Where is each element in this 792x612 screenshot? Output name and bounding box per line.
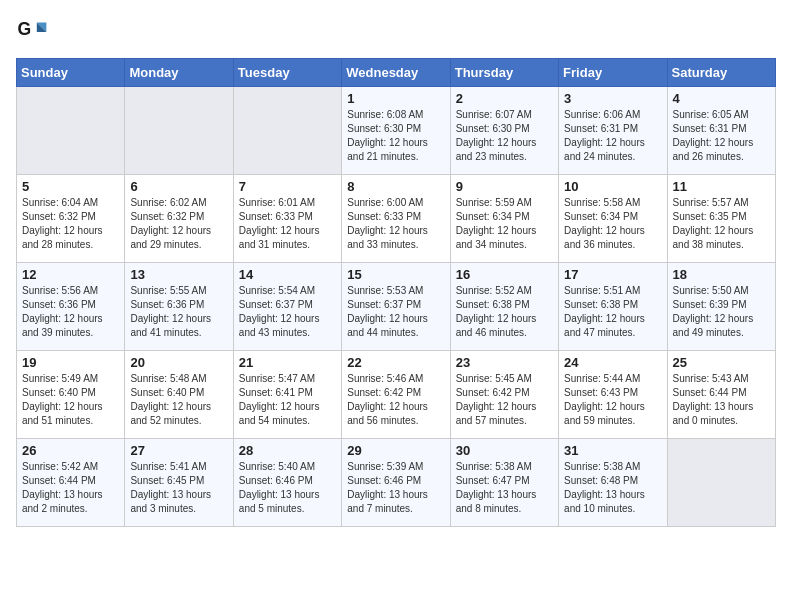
cell-content: Sunrise: 5:47 AM Sunset: 6:41 PM Dayligh… [239,372,336,428]
calendar-cell [17,87,125,175]
svg-text:G: G [18,19,32,39]
day-number: 9 [456,179,553,194]
calendar-cell: 11Sunrise: 5:57 AM Sunset: 6:35 PM Dayli… [667,175,775,263]
day-number: 20 [130,355,227,370]
day-number: 24 [564,355,661,370]
calendar-week-2: 5Sunrise: 6:04 AM Sunset: 6:32 PM Daylig… [17,175,776,263]
cell-content: Sunrise: 5:44 AM Sunset: 6:43 PM Dayligh… [564,372,661,428]
cell-content: Sunrise: 6:02 AM Sunset: 6:32 PM Dayligh… [130,196,227,252]
page-header: G [16,16,776,48]
cell-content: Sunrise: 5:42 AM Sunset: 6:44 PM Dayligh… [22,460,119,516]
calendar-cell: 24Sunrise: 5:44 AM Sunset: 6:43 PM Dayli… [559,351,667,439]
calendar-cell: 25Sunrise: 5:43 AM Sunset: 6:44 PM Dayli… [667,351,775,439]
calendar-cell: 15Sunrise: 5:53 AM Sunset: 6:37 PM Dayli… [342,263,450,351]
calendar-week-4: 19Sunrise: 5:49 AM Sunset: 6:40 PM Dayli… [17,351,776,439]
calendar-cell: 17Sunrise: 5:51 AM Sunset: 6:38 PM Dayli… [559,263,667,351]
calendar-week-3: 12Sunrise: 5:56 AM Sunset: 6:36 PM Dayli… [17,263,776,351]
cell-content: Sunrise: 5:40 AM Sunset: 6:46 PM Dayligh… [239,460,336,516]
calendar-cell: 10Sunrise: 5:58 AM Sunset: 6:34 PM Dayli… [559,175,667,263]
day-number: 25 [673,355,770,370]
day-number: 30 [456,443,553,458]
calendar-cell: 4Sunrise: 6:05 AM Sunset: 6:31 PM Daylig… [667,87,775,175]
calendar-cell: 6Sunrise: 6:02 AM Sunset: 6:32 PM Daylig… [125,175,233,263]
calendar-cell: 12Sunrise: 5:56 AM Sunset: 6:36 PM Dayli… [17,263,125,351]
calendar-table: SundayMondayTuesdayWednesdayThursdayFrid… [16,58,776,527]
cell-content: Sunrise: 5:58 AM Sunset: 6:34 PM Dayligh… [564,196,661,252]
day-number: 14 [239,267,336,282]
calendar-cell: 30Sunrise: 5:38 AM Sunset: 6:47 PM Dayli… [450,439,558,527]
calendar-cell [667,439,775,527]
calendar-cell [233,87,341,175]
day-number: 27 [130,443,227,458]
cell-content: Sunrise: 6:07 AM Sunset: 6:30 PM Dayligh… [456,108,553,164]
calendar-week-5: 26Sunrise: 5:42 AM Sunset: 6:44 PM Dayli… [17,439,776,527]
calendar-cell: 5Sunrise: 6:04 AM Sunset: 6:32 PM Daylig… [17,175,125,263]
cell-content: Sunrise: 5:43 AM Sunset: 6:44 PM Dayligh… [673,372,770,428]
day-number: 2 [456,91,553,106]
cell-content: Sunrise: 5:54 AM Sunset: 6:37 PM Dayligh… [239,284,336,340]
header-friday: Friday [559,59,667,87]
calendar-cell: 8Sunrise: 6:00 AM Sunset: 6:33 PM Daylig… [342,175,450,263]
day-number: 5 [22,179,119,194]
day-number: 17 [564,267,661,282]
cell-content: Sunrise: 5:57 AM Sunset: 6:35 PM Dayligh… [673,196,770,252]
day-number: 28 [239,443,336,458]
cell-content: Sunrise: 6:08 AM Sunset: 6:30 PM Dayligh… [347,108,444,164]
header-monday: Monday [125,59,233,87]
cell-content: Sunrise: 5:59 AM Sunset: 6:34 PM Dayligh… [456,196,553,252]
calendar-cell: 28Sunrise: 5:40 AM Sunset: 6:46 PM Dayli… [233,439,341,527]
header-thursday: Thursday [450,59,558,87]
cell-content: Sunrise: 5:52 AM Sunset: 6:38 PM Dayligh… [456,284,553,340]
cell-content: Sunrise: 5:46 AM Sunset: 6:42 PM Dayligh… [347,372,444,428]
cell-content: Sunrise: 6:04 AM Sunset: 6:32 PM Dayligh… [22,196,119,252]
day-number: 10 [564,179,661,194]
header-sunday: Sunday [17,59,125,87]
calendar-cell: 19Sunrise: 5:49 AM Sunset: 6:40 PM Dayli… [17,351,125,439]
day-number: 15 [347,267,444,282]
logo-icon: G [16,16,48,48]
header-wednesday: Wednesday [342,59,450,87]
day-number: 11 [673,179,770,194]
calendar-cell: 22Sunrise: 5:46 AM Sunset: 6:42 PM Dayli… [342,351,450,439]
cell-content: Sunrise: 5:48 AM Sunset: 6:40 PM Dayligh… [130,372,227,428]
calendar-cell: 3Sunrise: 6:06 AM Sunset: 6:31 PM Daylig… [559,87,667,175]
cell-content: Sunrise: 5:50 AM Sunset: 6:39 PM Dayligh… [673,284,770,340]
cell-content: Sunrise: 6:00 AM Sunset: 6:33 PM Dayligh… [347,196,444,252]
day-number: 12 [22,267,119,282]
day-number: 23 [456,355,553,370]
cell-content: Sunrise: 5:38 AM Sunset: 6:48 PM Dayligh… [564,460,661,516]
cell-content: Sunrise: 6:06 AM Sunset: 6:31 PM Dayligh… [564,108,661,164]
day-number: 7 [239,179,336,194]
calendar-week-1: 1Sunrise: 6:08 AM Sunset: 6:30 PM Daylig… [17,87,776,175]
calendar-cell: 31Sunrise: 5:38 AM Sunset: 6:48 PM Dayli… [559,439,667,527]
day-number: 19 [22,355,119,370]
day-number: 16 [456,267,553,282]
calendar-cell: 2Sunrise: 6:07 AM Sunset: 6:30 PM Daylig… [450,87,558,175]
calendar-cell: 18Sunrise: 5:50 AM Sunset: 6:39 PM Dayli… [667,263,775,351]
day-number: 4 [673,91,770,106]
logo: G [16,16,52,48]
calendar-cell: 9Sunrise: 5:59 AM Sunset: 6:34 PM Daylig… [450,175,558,263]
calendar-cell: 13Sunrise: 5:55 AM Sunset: 6:36 PM Dayli… [125,263,233,351]
cell-content: Sunrise: 5:41 AM Sunset: 6:45 PM Dayligh… [130,460,227,516]
calendar-cell: 1Sunrise: 6:08 AM Sunset: 6:30 PM Daylig… [342,87,450,175]
day-number: 3 [564,91,661,106]
day-number: 31 [564,443,661,458]
calendar-cell: 23Sunrise: 5:45 AM Sunset: 6:42 PM Dayli… [450,351,558,439]
calendar-cell: 26Sunrise: 5:42 AM Sunset: 6:44 PM Dayli… [17,439,125,527]
calendar-cell: 21Sunrise: 5:47 AM Sunset: 6:41 PM Dayli… [233,351,341,439]
day-number: 29 [347,443,444,458]
cell-content: Sunrise: 5:49 AM Sunset: 6:40 PM Dayligh… [22,372,119,428]
calendar-cell: 29Sunrise: 5:39 AM Sunset: 6:46 PM Dayli… [342,439,450,527]
cell-content: Sunrise: 5:39 AM Sunset: 6:46 PM Dayligh… [347,460,444,516]
day-number: 13 [130,267,227,282]
cell-content: Sunrise: 5:45 AM Sunset: 6:42 PM Dayligh… [456,372,553,428]
day-number: 1 [347,91,444,106]
calendar-cell: 14Sunrise: 5:54 AM Sunset: 6:37 PM Dayli… [233,263,341,351]
calendar-cell: 16Sunrise: 5:52 AM Sunset: 6:38 PM Dayli… [450,263,558,351]
cell-content: Sunrise: 6:01 AM Sunset: 6:33 PM Dayligh… [239,196,336,252]
day-number: 26 [22,443,119,458]
cell-content: Sunrise: 5:56 AM Sunset: 6:36 PM Dayligh… [22,284,119,340]
calendar-cell: 7Sunrise: 6:01 AM Sunset: 6:33 PM Daylig… [233,175,341,263]
cell-content: Sunrise: 5:51 AM Sunset: 6:38 PM Dayligh… [564,284,661,340]
